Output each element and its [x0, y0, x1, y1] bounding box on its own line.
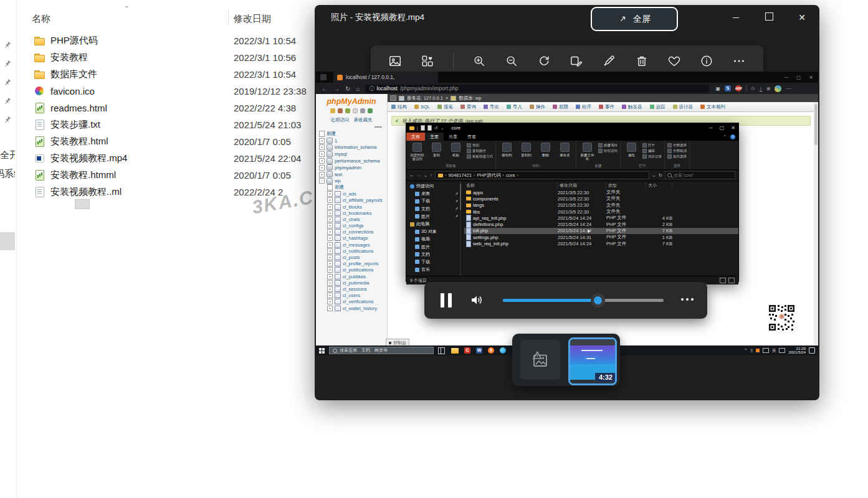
column-header-date[interactable]: 修改日期 [234, 13, 271, 25]
bookmark-icon[interactable]: ✩ [751, 86, 755, 92]
tree-expander-icon[interactable]: + [327, 235, 333, 241]
ribbon-small-button[interactable]: 全部取消 [667, 149, 687, 153]
tree-expander-icon[interactable]: + [319, 158, 325, 164]
ribbon-button[interactable]: 固定到快速访问 [409, 142, 426, 161]
help-icon[interactable]: ? [730, 134, 735, 139]
tree-expander-icon[interactable]: + [327, 242, 333, 248]
nav-item-pictures[interactable]: 图片 [406, 213, 461, 220]
pma-db-item[interactable]: +mysql [319, 151, 387, 157]
fullscreen-button[interactable]: 全屏 [591, 7, 678, 31]
ribbon-small-button[interactable]: 新建项目 [598, 143, 618, 148]
pma-table-item[interactable]: +cl_messages [319, 242, 387, 248]
pma-tab-11[interactable]: 追踪 [646, 104, 669, 110]
address-bar[interactable]: ⓘ localhost/phpmyadmin/import.php [365, 85, 709, 93]
home-icon[interactable]: ⌂ [356, 85, 360, 92]
inner-file-row[interactable]: settings.php2021/5/24 14:31PHP 文件1 KB [464, 234, 738, 240]
minimize-button[interactable]: ─ [731, 12, 741, 22]
inner-file-row[interactable]: apps2021/3/5 22:30文件夹 [464, 189, 738, 195]
ribbon-button[interactable]: 新建文件夹 [579, 142, 596, 161]
zoom-out-icon[interactable] [505, 54, 518, 68]
tab-view[interactable]: 查看 [462, 133, 481, 141]
ribbon-small-button[interactable]: 粘贴快捷方式 [467, 154, 493, 159]
site-info-icon[interactable]: ⓘ [369, 85, 374, 92]
pma-tab-2[interactable]: 搜索 [434, 104, 457, 110]
browser-minimize[interactable]: ─ [785, 75, 788, 80]
ribbon-small-button[interactable]: 全部选择 [667, 143, 687, 148]
pma-tab-3[interactable]: 查询 [457, 104, 480, 110]
pma-table-item[interactable]: +cl_affiliate_payouts [319, 197, 387, 204]
pinned-item-pin-icon[interactable] [4, 54, 12, 72]
pma-tab-12[interactable]: 设计器 [669, 104, 697, 110]
sort-ascending-icon[interactable]: ⌃ [124, 5, 129, 12]
pma-table-item[interactable]: +cl_profile_reports [319, 261, 387, 267]
inner-file-row[interactable]: libs2021/3/5 22:30文件夹 [464, 209, 738, 215]
tree-expander-icon[interactable]: + [327, 299, 333, 304]
tree-expander-icon[interactable]: + [327, 255, 333, 260]
ribbon-small-button[interactable]: 轻松访问 [598, 149, 618, 153]
taskbar-clock[interactable]: 21:29 2021/5/24 [788, 347, 806, 355]
favorite-icon[interactable] [667, 54, 681, 68]
ribbon-button[interactable]: 复制到 [518, 142, 535, 157]
tree-expander-icon[interactable]: + [319, 144, 325, 150]
file-row[interactable]: favicon.ico2019/12/12 23:38 [25, 83, 313, 100]
inner-file-row[interactable]: init.php2021/5/24 14:24PHP 文件7 KB [464, 228, 738, 234]
pma-table-item[interactable]: +cl_ads [319, 191, 387, 197]
ribbon-button[interactable]: 复制 [428, 142, 445, 157]
nav-item-download[interactable]: 下载 [406, 258, 461, 266]
usb-icon[interactable]: ▯ [750, 348, 753, 353]
inner-file-row[interactable]: web_req_init.php2021/5/24 14:24PHP 文件7 K… [464, 240, 738, 247]
nav-item-star[interactable]: 快捷访问 [406, 182, 461, 190]
volume-button[interactable] [469, 293, 484, 310]
tree-expander-icon[interactable]: − [319, 178, 325, 184]
delete-icon[interactable] [635, 54, 649, 68]
qat-doc-icon[interactable] [427, 125, 432, 131]
pma-table-item[interactable]: +cl_posts [319, 254, 387, 260]
pma-db-item[interactable]: +1 [319, 138, 387, 144]
file-row[interactable]: 安装教程.htmml2020/1/7 0:05 [25, 167, 313, 184]
zoom-in-icon[interactable] [472, 54, 486, 68]
undo-icon[interactable]: ↺ [434, 126, 438, 131]
console-toggle-icon[interactable] [390, 95, 396, 101]
collapse-handle[interactable] [374, 126, 382, 128]
pause-button[interactable] [441, 293, 452, 308]
breadcrumb-server[interactable]: 服务器: 127.0.0.1 [407, 95, 443, 101]
tree-expander-icon[interactable]: + [327, 229, 333, 235]
tab-file[interactable]: 文件 [406, 133, 425, 141]
download-icon[interactable]: ↓ [760, 85, 762, 92]
nav-item-pictures[interactable]: 图片 [406, 243, 461, 251]
tree-expander-icon[interactable]: + [327, 223, 333, 228]
recent-link[interactable]: 近期访问 [331, 117, 350, 123]
inner-file-row[interactable]: langs2021/3/5 22:30文件夹 [464, 202, 738, 209]
breadcrumb-database[interactable]: 数据库: wp [459, 95, 481, 101]
tree-expander-icon[interactable]: + [327, 286, 333, 292]
tree-expander-icon[interactable]: + [327, 197, 333, 203]
pma-table-item[interactable]: +cl_users [319, 293, 387, 299]
ribbon-button[interactable]: 删除 [537, 142, 554, 157]
extension-s-icon[interactable]: S [725, 85, 731, 92]
tree-expander-icon[interactable]: + [319, 165, 325, 171]
pinned-item-pin-icon[interactable] [4, 91, 12, 110]
back-icon[interactable]: ← [322, 85, 328, 92]
tree-expander-icon[interactable]: + [327, 248, 333, 254]
shield-icon[interactable]: ▣ [715, 86, 720, 92]
rotate-icon[interactable] [537, 54, 551, 68]
pma-db-item[interactable]: 新建 [319, 131, 387, 138]
pma-tab-8[interactable]: 程序 [572, 104, 595, 110]
pma-tab-9[interactable]: 事件 [595, 104, 618, 110]
browser-menu-icon[interactable]: ⋯ [786, 86, 791, 92]
pma-tab-5[interactable]: 导入 [503, 104, 526, 110]
console-icon[interactable] [345, 108, 350, 113]
tree-expander-icon[interactable]: + [327, 210, 333, 216]
file-row[interactable]: 安装教程.html2020/1/7 0:05 [25, 133, 313, 150]
start-button[interactable] [319, 348, 325, 354]
pma-tab-4[interactable]: 导出 [480, 104, 503, 110]
nav-item-download[interactable]: 下载 [406, 197, 461, 205]
seek-bar-thumb[interactable] [591, 293, 605, 308]
ribbon-small-button[interactable]: 剪切 [467, 143, 493, 148]
pma-table-item[interactable]: +cl_publikes [319, 273, 387, 280]
file-row[interactable]: 安装步骤.txt2021/5/24 21:03 [25, 116, 313, 133]
collection-icon[interactable] [421, 54, 434, 68]
pinned-item-pin-icon[interactable] [4, 110, 12, 128]
more-icon[interactable] [732, 54, 746, 68]
settings-icon[interactable] [360, 108, 365, 113]
